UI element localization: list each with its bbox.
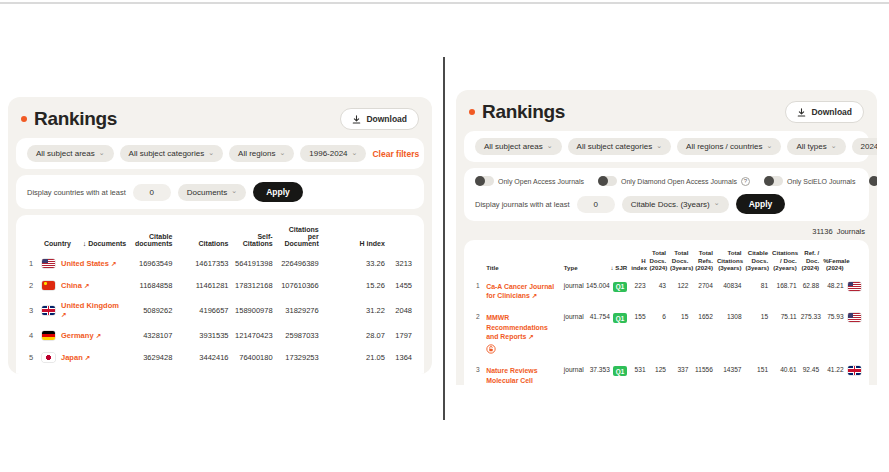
column-header[interactable]: Type xyxy=(562,245,587,276)
column-header[interactable]: ↓ Documents xyxy=(40,220,128,252)
filter-pill[interactable]: All regions⌄ xyxy=(229,145,294,162)
download-button[interactable]: Download xyxy=(785,101,864,123)
column-header[interactable]: Citations per Document xyxy=(275,220,321,252)
country-link[interactable]: United Kingdom ↗ xyxy=(61,301,126,319)
filter-pill[interactable]: 2024⌄ xyxy=(852,138,877,155)
filter-pill[interactable]: All subject categories⌄ xyxy=(568,138,671,155)
column-header[interactable]: Total Docs. (3years) xyxy=(668,245,690,276)
filter-pill[interactable]: 1996-2024⌄ xyxy=(300,145,366,162)
metric-dropdown[interactable]: Citable Docs. (3years)⌄ xyxy=(622,196,729,213)
country-cell: India ↗ xyxy=(40,368,128,374)
countries-table: Country↓ DocumentsCitable documentsCitat… xyxy=(26,220,414,374)
column-header[interactable]: Total Refs. (2024) xyxy=(690,245,715,276)
metric-dropdown[interactable]: Documents⌄ xyxy=(178,184,246,201)
filter-pill[interactable]: All regions / countries⌄ xyxy=(677,138,781,155)
journal-link[interactable]: Ca-A Cancer Journal for Clinicians ↗ xyxy=(486,283,554,300)
sjr-value: 145.004 xyxy=(586,282,610,289)
bullet-icon xyxy=(21,116,27,122)
country-cell: Japan ↗ xyxy=(40,346,128,368)
column-header[interactable]: Title xyxy=(484,245,562,276)
toggle-switch[interactable] xyxy=(475,176,494,186)
journal-count-value: 31136 xyxy=(812,227,832,236)
column-header[interactable]: Citations xyxy=(174,220,230,252)
value-cell: 48.21 xyxy=(821,276,846,307)
column-header[interactable]: Self-Citations xyxy=(231,220,275,252)
column-header[interactable]: Citable documents xyxy=(128,220,174,252)
value-cell: 11684858 xyxy=(128,274,174,296)
filter-pill[interactable]: All subject categories⌄ xyxy=(120,145,223,162)
value-cell: 13.44 xyxy=(321,368,387,374)
toggle-label: Only SciELO Journals xyxy=(787,178,855,185)
filter-pills: All subject areas⌄All subject categories… xyxy=(27,145,366,162)
value-cell: 28.07 xyxy=(321,324,387,346)
country-cell: China ↗ xyxy=(40,274,128,296)
chevron-down-icon: ⌄ xyxy=(831,144,837,148)
flag-icon-us xyxy=(848,282,861,291)
value-cell: 158900978 xyxy=(231,296,275,324)
value-cell: 41.22 xyxy=(821,360,846,385)
value-cell: 40.61 xyxy=(770,360,799,385)
toggles-row: Only Open Access JournalsOnly Diamond Op… xyxy=(475,176,858,186)
filter-pill-label: All regions / countries xyxy=(686,142,762,151)
filter-pill[interactable]: All subject areas⌄ xyxy=(27,145,114,162)
help-icon[interactable]: ? xyxy=(741,177,750,186)
toggle-label: Only Diamond Open Access Journals xyxy=(621,178,737,185)
column-header[interactable]: H index xyxy=(321,220,387,252)
flag-icon-jp xyxy=(42,353,55,362)
value-cell: 1652 xyxy=(690,307,715,360)
journal-type-cell: journal xyxy=(562,360,587,385)
filter-pill[interactable]: All subject areas⌄ xyxy=(475,138,562,155)
apply-button[interactable]: Apply xyxy=(736,194,786,214)
rank-cell: 3 xyxy=(26,296,40,324)
panel-divider xyxy=(443,57,445,420)
external-link-icon: ↗ xyxy=(528,333,533,340)
column-header[interactable]: Citable Docs. (3years) xyxy=(744,245,771,276)
flag-icon-us xyxy=(42,259,55,268)
country-link[interactable]: United States ↗ xyxy=(61,259,116,268)
column-header[interactable]: Total Docs. (2024) xyxy=(648,245,668,276)
clear-filters-link[interactable]: Clear filters xyxy=(372,149,419,159)
toggle-switch[interactable] xyxy=(764,176,783,186)
toggle-knob xyxy=(475,176,485,186)
metric-dropdown-value: Citable Docs. (3years) xyxy=(631,200,710,209)
value-cell: 75.93 xyxy=(821,307,846,360)
column-header[interactable]: H index xyxy=(629,245,647,276)
country-link[interactable]: Germany ↗ xyxy=(61,331,101,340)
chevron-down-icon: ⌄ xyxy=(279,151,285,155)
column-header-spacer xyxy=(474,245,484,276)
journal-type-cell: journal xyxy=(562,307,587,360)
table-header-row: Country↓ DocumentsCitable documentsCitat… xyxy=(26,220,414,252)
value-cell: 11556 xyxy=(690,360,715,385)
value-cell: 43 xyxy=(648,276,668,307)
filter-pill-label: 2024 xyxy=(861,142,877,151)
journal-link[interactable]: MMWR Recommendations and Reports ↗ xyxy=(486,314,548,340)
column-header[interactable]: Country xyxy=(26,220,40,252)
journal-link[interactable]: Nature Reviews Molecular Cell Biology ↗ xyxy=(486,367,537,385)
country-link[interactable]: China ↗ xyxy=(61,281,89,290)
threshold-input[interactable]: 0 xyxy=(577,196,615,213)
filter-pill[interactable]: All types⌄ xyxy=(787,138,845,155)
threshold-input[interactable]: 0 xyxy=(133,184,171,201)
toggle-switch[interactable] xyxy=(869,176,877,186)
column-header[interactable]: %Female (2024) xyxy=(821,245,846,276)
column-header[interactable]: Citations / Doc. (2years) xyxy=(770,245,799,276)
left-filter-bar: All subject areas⌄All subject categories… xyxy=(16,138,424,169)
apply-button[interactable]: Apply xyxy=(253,182,303,202)
column-header[interactable]: ↓ SJR xyxy=(586,245,629,276)
rank-cell: 3 xyxy=(474,360,484,385)
column-header[interactable]: Ref. / Doc. (2024) xyxy=(799,245,821,276)
download-label: Download xyxy=(366,114,407,124)
chevron-down-icon: ⌄ xyxy=(767,144,773,148)
journal-title-cell: Ca-A Cancer Journal for Clinicians ↗ xyxy=(484,276,562,307)
value-cell: 125 xyxy=(648,360,668,385)
flag-icon-de xyxy=(42,331,55,340)
value-cell: 3629428 xyxy=(128,346,174,368)
column-header[interactable]: Total Citations (3years) xyxy=(715,245,744,276)
journal-type-cell: journal xyxy=(562,276,587,307)
toggle-switch[interactable] xyxy=(598,176,617,186)
value-cell: 3010235 xyxy=(174,368,230,374)
journal-options-card: Only Open Access JournalsOnly Diamond Op… xyxy=(464,168,869,221)
download-button[interactable]: Download xyxy=(340,108,419,130)
open-access-icon xyxy=(486,344,496,354)
country-link[interactable]: Japan ↗ xyxy=(61,353,90,362)
